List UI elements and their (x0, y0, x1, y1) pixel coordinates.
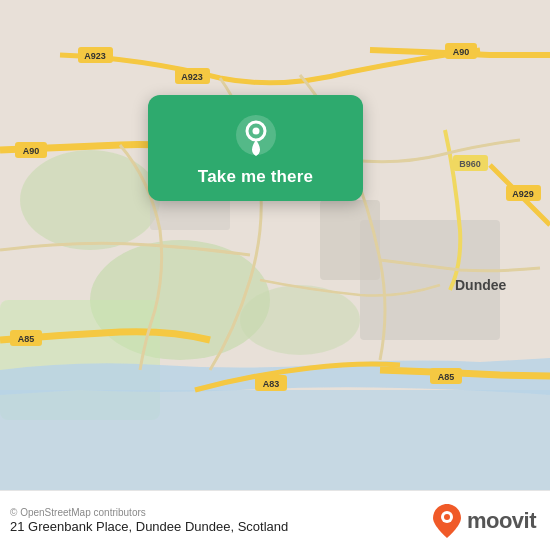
take-me-there-label: Take me there (198, 167, 313, 187)
svg-point-31 (252, 128, 259, 135)
svg-text:A85: A85 (18, 334, 35, 344)
svg-text:B960: B960 (459, 159, 481, 169)
svg-point-2 (20, 150, 160, 250)
svg-point-33 (444, 514, 450, 520)
svg-text:Dundee: Dundee (455, 277, 507, 293)
moovit-logo-text: moovit (467, 508, 536, 534)
svg-text:A83: A83 (263, 379, 280, 389)
moovit-logo[interactable]: moovit (433, 504, 536, 538)
svg-text:A85: A85 (438, 372, 455, 382)
location-pin-icon (234, 113, 278, 157)
bottom-bar: © OpenStreetMap contributors 21 Greenban… (0, 490, 550, 550)
svg-text:A90: A90 (23, 146, 40, 156)
take-me-there-popup[interactable]: Take me there (148, 95, 363, 201)
svg-rect-5 (0, 390, 550, 490)
svg-text:A929: A929 (512, 189, 534, 199)
svg-text:A90: A90 (453, 47, 470, 57)
svg-rect-7 (320, 200, 380, 280)
map-svg: A923 A923 A90 A90 B960 A929 A85 A83 A85 (0, 0, 550, 490)
moovit-pin-icon (433, 504, 461, 538)
map-container: A923 A923 A90 A90 B960 A929 A85 A83 A85 (0, 0, 550, 490)
svg-point-4 (240, 285, 360, 355)
address-section: © OpenStreetMap contributors 21 Greenban… (10, 507, 288, 534)
copyright-text: © OpenStreetMap contributors (10, 507, 288, 518)
svg-text:A923: A923 (84, 51, 106, 61)
svg-text:A923: A923 (181, 72, 203, 82)
address-text: 21 Greenbank Place, Dundee Dundee, Scotl… (10, 519, 288, 534)
